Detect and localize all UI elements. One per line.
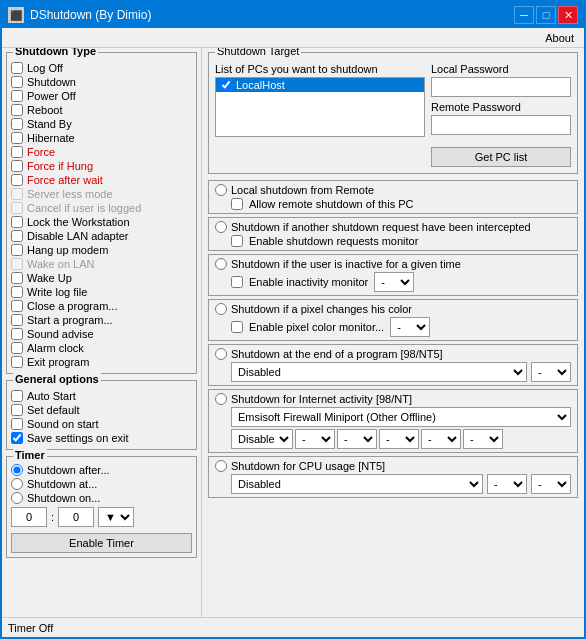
checkbox-standby[interactable]: Stand By — [11, 117, 192, 131]
option-end-of-program: Shutdown at the end of a program [98/NT5… — [208, 344, 578, 386]
checkbox-start-program-input[interactable] — [11, 314, 23, 326]
radio-shutdown-at[interactable]: Shutdown at... — [11, 477, 192, 491]
checkbox-close-program[interactable]: Close a program... — [11, 299, 192, 313]
checkbox-shutdown[interactable]: Shutdown — [11, 75, 192, 89]
checkbox-hangup-modem-input[interactable] — [11, 244, 23, 256]
checkbox-write-log[interactable]: Write log file — [11, 285, 192, 299]
radio-shutdown-after-input[interactable] — [11, 464, 23, 476]
internet-dropdown-2[interactable]: - — [295, 429, 335, 449]
radio-shutdown-at-input[interactable] — [11, 478, 23, 490]
about-menu-item[interactable]: About — [539, 31, 580, 45]
checkbox-lock-workstation-input[interactable] — [11, 216, 23, 228]
checkbox-write-log-input[interactable] — [11, 286, 23, 298]
enable-timer-button[interactable]: Enable Timer — [11, 533, 192, 553]
checkbox-hangup-modem[interactable]: Hang up modem — [11, 243, 192, 257]
internet-dropdown-1[interactable]: Disabled — [231, 429, 293, 449]
checkbox-wake-up[interactable]: Wake Up — [11, 271, 192, 285]
checkbox-hibernate-input[interactable] — [11, 132, 23, 144]
checkbox-sound-on-start-input[interactable] — [11, 418, 23, 430]
checkbox-standby-input[interactable] — [11, 118, 23, 130]
checkbox-logoff[interactable]: Log Off — [11, 61, 192, 75]
timer-units-dropdown[interactable]: ▼ — [98, 507, 134, 527]
checkbox-force-if-hung[interactable]: Force if Hung — [11, 159, 192, 173]
close-button[interactable]: ✕ — [558, 6, 578, 24]
checkbox-disable-lan[interactable]: Disable LAN adapter — [11, 229, 192, 243]
checkbox-cancel-if-user-input — [11, 202, 23, 214]
maximize-button[interactable]: □ — [536, 6, 556, 24]
checkbox-exit-program[interactable]: Exit program — [11, 355, 192, 369]
minimize-button[interactable]: ─ — [514, 6, 534, 24]
checkbox-inactivity-monitor[interactable] — [231, 276, 243, 288]
checkbox-save-settings[interactable]: Save settings on exit — [11, 431, 192, 445]
checkbox-start-program[interactable]: Start a program... — [11, 313, 192, 327]
checkbox-lock-workstation[interactable]: Lock the Workstation — [11, 215, 192, 229]
internet-dropdown-3[interactable]: - — [337, 429, 377, 449]
pc-list-item-localhost[interactable]: LocalHost — [216, 78, 424, 92]
checkbox-sound-on-start[interactable]: Sound on start — [11, 417, 192, 431]
checkbox-standby-label: Stand By — [27, 118, 72, 130]
internet-dropdown-5[interactable]: - — [421, 429, 461, 449]
checkbox-force-if-hung-input[interactable] — [11, 160, 23, 172]
checkbox-set-default-input[interactable] — [11, 404, 23, 416]
checkbox-enable-shutdown-monitor[interactable] — [231, 235, 243, 247]
radio-shutdown-on-input[interactable] — [11, 492, 23, 504]
timer-minutes-input[interactable] — [58, 507, 94, 527]
checkbox-allow-remote[interactable] — [231, 198, 243, 210]
internet-dropdown-6[interactable]: - — [463, 429, 503, 449]
radio-shutdown-on[interactable]: Shutdown on... — [11, 491, 192, 505]
radio-end-of-program[interactable] — [215, 348, 227, 360]
shutdown-target-group: Shutdown Target List of PCs you want to … — [208, 52, 578, 174]
radio-shutdown-after[interactable]: Shutdown after... — [11, 463, 192, 477]
radio-local-shutdown[interactable] — [215, 184, 227, 196]
checkbox-exit-program-input[interactable] — [11, 356, 23, 368]
cpu-main-dropdown[interactable]: Disabled — [231, 474, 483, 494]
checkbox-reboot-input[interactable] — [11, 104, 23, 116]
checkbox-force-after-wait[interactable]: Force after wait — [11, 173, 192, 187]
checkbox-sound-advise[interactable]: Sound advise — [11, 327, 192, 341]
checkbox-disable-lan-input[interactable] — [11, 230, 23, 242]
checkbox-logoff-input[interactable] — [11, 62, 23, 74]
get-pc-list-button[interactable]: Get PC list — [431, 147, 571, 167]
checkbox-poweroff-input[interactable] — [11, 90, 23, 102]
cpu-dropdown-2[interactable]: - — [487, 474, 527, 494]
option-internet-label: Shutdown for Internet activity [98/NT] — [231, 393, 412, 405]
checkbox-save-settings-input[interactable] — [11, 432, 23, 444]
checkbox-pixel-monitor[interactable] — [231, 321, 243, 333]
checkbox-force[interactable]: Force — [11, 145, 192, 159]
timer-hours-input[interactable] — [11, 507, 47, 527]
checkbox-set-default[interactable]: Set default — [11, 403, 192, 417]
inactivity-dropdown[interactable]: - — [374, 272, 414, 292]
end-program-main-dropdown[interactable]: Disabled — [231, 362, 527, 382]
checkbox-poweroff[interactable]: Power Off — [11, 89, 192, 103]
checkbox-sound-advise-input[interactable] — [11, 328, 23, 340]
end-program-secondary-dropdown[interactable]: - — [531, 362, 571, 382]
checkbox-auto-start-input[interactable] — [11, 390, 23, 402]
local-password-input[interactable] — [431, 77, 571, 97]
checkbox-alarm-clock[interactable]: Alarm clock — [11, 341, 192, 355]
checkbox-auto-start[interactable]: Auto Start — [11, 389, 192, 403]
pixel-color-dropdown[interactable]: - — [390, 317, 430, 337]
radio-internet-activity[interactable] — [215, 393, 227, 405]
checkbox-alarm-clock-input[interactable] — [11, 342, 23, 354]
pc-localhost-checkbox[interactable] — [220, 79, 232, 91]
checkbox-shutdown-input[interactable] — [11, 76, 23, 88]
checkbox-wake-up-input[interactable] — [11, 272, 23, 284]
checkbox-force-after-wait-input[interactable] — [11, 174, 23, 186]
radio-shutdown-intercepted[interactable] — [215, 221, 227, 233]
internet-adapter-dropdown[interactable]: Emsisoft Firewall Miniport (Other Offlin… — [231, 407, 571, 427]
checkbox-close-program-input[interactable] — [11, 300, 23, 312]
remote-password-input[interactable] — [431, 115, 571, 135]
option-local-shutdown-label: Local shutdown from Remote — [231, 184, 374, 196]
option-internet-title: Shutdown for Internet activity [98/NT] — [215, 393, 571, 405]
radio-cpu-usage[interactable] — [215, 460, 227, 472]
radio-pixel-color[interactable] — [215, 303, 227, 315]
pc-list-box[interactable]: LocalHost — [215, 77, 425, 137]
cpu-dropdown-3[interactable]: - — [531, 474, 571, 494]
checkbox-force-input[interactable] — [11, 146, 23, 158]
internet-dropdown-4[interactable]: - — [379, 429, 419, 449]
checkbox-lock-workstation-label: Lock the Workstation — [27, 216, 130, 228]
option-end-program-title: Shutdown at the end of a program [98/NT5… — [215, 348, 571, 360]
checkbox-reboot[interactable]: Reboot — [11, 103, 192, 117]
checkbox-hibernate[interactable]: Hibernate — [11, 131, 192, 145]
radio-inactivity[interactable] — [215, 258, 227, 270]
